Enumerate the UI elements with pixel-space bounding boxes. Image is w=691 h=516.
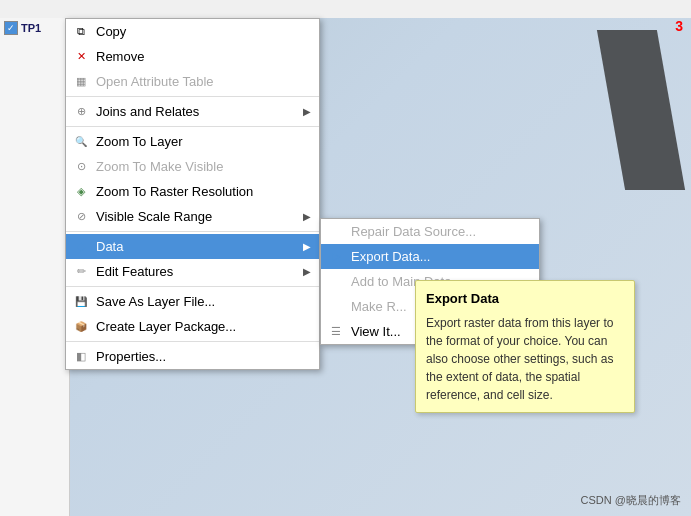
separator-3 — [66, 231, 319, 232]
menu-copy-label: Copy — [96, 24, 126, 39]
tooltip-box: Export Data Export raster data from this… — [415, 280, 635, 413]
data-icon — [72, 238, 90, 256]
menu-edit-features-label: Edit Features — [96, 264, 173, 279]
menu-joins-label: Joins and Relates — [96, 104, 199, 119]
separator-1 — [66, 96, 319, 97]
properties-icon — [72, 348, 90, 366]
menu-item-save-layer[interactable]: Save As Layer File... — [66, 289, 319, 314]
menu-zoom-raster-label: Zoom To Raster Resolution — [96, 184, 253, 199]
menu-item-zoom-visible: Zoom To Make Visible — [66, 154, 319, 179]
badge-number: 3 — [675, 18, 683, 34]
table-icon — [72, 73, 90, 91]
menu-item-remove[interactable]: Remove — [66, 44, 319, 69]
layer-item[interactable]: ✓ TP1 — [0, 18, 69, 38]
separator-2 — [66, 126, 319, 127]
menu-item-zoom-layer[interactable]: Zoom To Layer — [66, 129, 319, 154]
create-pkg-icon — [72, 318, 90, 336]
edit-features-icon — [72, 263, 90, 281]
menu-item-create-pkg[interactable]: Create Layer Package... — [66, 314, 319, 339]
separator-5 — [66, 341, 319, 342]
export-icon — [327, 248, 345, 266]
menu-item-visible-scale[interactable]: Visible Scale Range ▶ — [66, 204, 319, 229]
menu-item-copy[interactable]: Copy — [66, 19, 319, 44]
tooltip-title: Export Data — [426, 289, 624, 309]
tooltip-text: Export raster data from this layer to th… — [426, 314, 624, 404]
layer-name: TP1 — [21, 22, 41, 34]
menu-open-attr-label: Open Attribute Table — [96, 74, 214, 89]
layer-panel: ✓ TP1 — [0, 18, 70, 516]
menu-properties-label: Properties... — [96, 349, 166, 364]
top-bar — [0, 0, 691, 18]
context-menu: Copy Remove Open Attribute Table Joins a… — [65, 18, 320, 370]
data-arrow: ▶ — [303, 241, 311, 252]
menu-visible-scale-label: Visible Scale Range — [96, 209, 212, 224]
joins-arrow: ▶ — [303, 106, 311, 117]
watermark: CSDN @晓晨的博客 — [581, 493, 681, 508]
submenu-item-repair: Repair Data Source... — [321, 219, 539, 244]
visible-scale-icon — [72, 208, 90, 226]
zoom-layer-icon — [72, 133, 90, 151]
menu-remove-label: Remove — [96, 49, 144, 64]
joins-icon — [72, 103, 90, 121]
submenu-view-it-label: View It... — [351, 324, 401, 339]
submenu-repair-label: Repair Data Source... — [351, 224, 476, 239]
menu-zoom-layer-label: Zoom To Layer — [96, 134, 182, 149]
menu-item-joins[interactable]: Joins and Relates ▶ — [66, 99, 319, 124]
menu-create-pkg-label: Create Layer Package... — [96, 319, 236, 334]
view-it-icon — [327, 323, 345, 341]
menu-zoom-visible-label: Zoom To Make Visible — [96, 159, 223, 174]
separator-4 — [66, 286, 319, 287]
zoom-visible-icon — [72, 158, 90, 176]
menu-save-layer-label: Save As Layer File... — [96, 294, 215, 309]
menu-data-label: Data — [96, 239, 123, 254]
layer-checkbox[interactable]: ✓ — [4, 21, 18, 35]
copy-icon — [72, 23, 90, 41]
menu-item-properties[interactable]: Properties... — [66, 344, 319, 369]
submenu-make-r-label: Make R... — [351, 299, 407, 314]
menu-item-open-attr: Open Attribute Table — [66, 69, 319, 94]
zoom-raster-icon — [72, 183, 90, 201]
menu-item-edit-features[interactable]: Edit Features ▶ — [66, 259, 319, 284]
menu-item-data[interactable]: Data ▶ — [66, 234, 319, 259]
visible-scale-arrow: ▶ — [303, 211, 311, 222]
submenu-item-export[interactable]: Export Data... — [321, 244, 539, 269]
remove-icon — [72, 48, 90, 66]
submenu-export-label: Export Data... — [351, 249, 430, 264]
save-layer-icon — [72, 293, 90, 311]
menu-item-zoom-raster[interactable]: Zoom To Raster Resolution — [66, 179, 319, 204]
edit-features-arrow: ▶ — [303, 266, 311, 277]
